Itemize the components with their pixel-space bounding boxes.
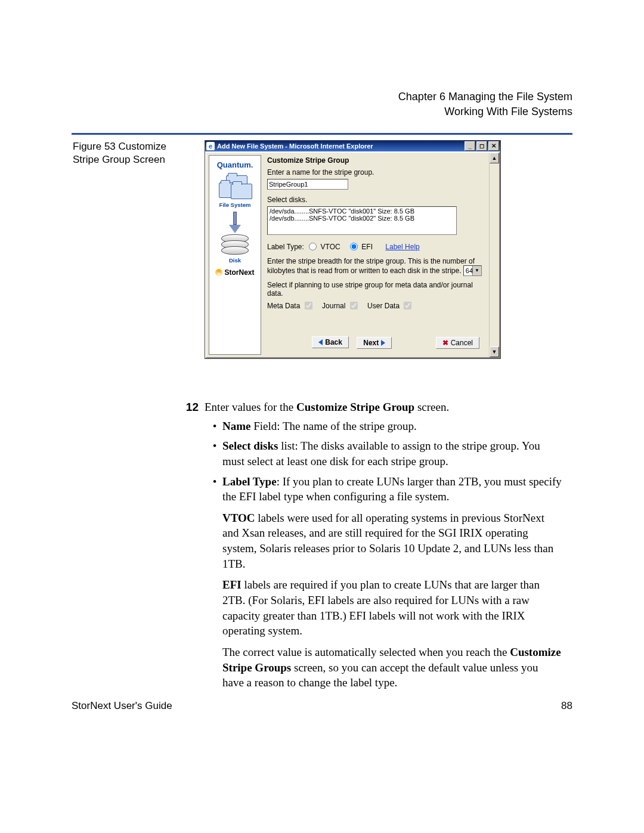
section-line: Working With File Systems <box>72 104 572 119</box>
scroll-down-icon[interactable]: ▼ <box>490 346 499 357</box>
stornext-text: StorNext <box>224 268 254 277</box>
back-button[interactable]: Back <box>312 336 349 348</box>
footer-page: 88 <box>561 700 572 712</box>
disk-list[interactable]: /dev/sda........SNFS-VTOC "disk001" Size… <box>267 206 457 235</box>
usage-prompt: Select if planning to use stripe group f… <box>267 281 484 298</box>
wizard-main: Customize Stripe Group Enter a name for … <box>261 153 489 357</box>
file-system-label: File System <box>210 202 259 208</box>
step-number: 12 <box>183 400 199 415</box>
ie-title-text: Add New File System - Microsoft Internet… <box>217 143 373 150</box>
step-body: 12 Enter values for the Customize Stripe… <box>205 400 562 690</box>
userdata-label: User Data <box>367 302 400 310</box>
minimize-button[interactable]: _ <box>465 141 475 151</box>
breadth-prompt: Enter the stripe breadth for the stripe … <box>267 257 484 276</box>
label-type-row: Label Type: VTOC EFI Label Help <box>267 241 484 251</box>
cancel-button[interactable]: ✖Cancel <box>436 337 479 349</box>
triangle-right-icon <box>381 340 385 346</box>
disks-icon <box>221 234 249 255</box>
bullet-select-disks: Select disks list: The disks available t… <box>222 438 562 469</box>
efi-para: EFI labels are required if you plan to c… <box>222 577 562 639</box>
page-footer: StorNext User's Guide 88 <box>72 700 572 712</box>
label-type-text: Label Type: <box>267 243 304 251</box>
breadth-select[interactable]: 64▼ <box>463 265 482 276</box>
folders-icon <box>219 175 251 199</box>
figure-caption: Figure 53 Customize Stripe Group Screen <box>73 140 192 166</box>
down-arrow-icon <box>228 212 242 233</box>
footer-left: StorNext User's Guide <box>72 700 172 712</box>
quantum-logo: Quantum. <box>210 160 259 169</box>
stripe-group-name-input[interactable] <box>267 179 348 190</box>
meta-label: Meta Data <box>267 302 300 310</box>
scroll-up-icon[interactable]: ▲ <box>490 153 499 163</box>
ie-window: e Add New File System - Microsoft Intern… <box>205 140 501 359</box>
next-button[interactable]: Next <box>357 337 392 349</box>
label-help-link[interactable]: Label Help <box>385 243 419 251</box>
triangle-left-icon <box>318 339 323 345</box>
page-header: Chapter 6 Managing the File System Worki… <box>72 89 572 119</box>
wizard-buttons: Back Next ✖Cancel <box>267 333 484 355</box>
name-prompt: Enter a name for the stripe group. <box>267 168 484 176</box>
wizard-sidebar: Quantum. File System Disk StorNext <box>209 155 261 355</box>
bullet-name: Name Field: The name of the stripe group… <box>222 419 562 434</box>
chapter-line: Chapter 6 Managing the File System <box>72 89 572 104</box>
journal-checkbox[interactable] <box>350 302 358 309</box>
ie-titlebar: e Add New File System - Microsoft Intern… <box>205 141 500 151</box>
select-disks-label: Select disks. <box>267 196 484 204</box>
maximize-button[interactable]: ◻ <box>476 141 487 151</box>
stornext-swirl-icon <box>215 269 222 276</box>
panel-title: Customize Stripe Group <box>267 156 484 165</box>
stornext-logo: StorNext <box>210 268 259 277</box>
scrollbar[interactable]: ▲ ▼ <box>489 153 499 357</box>
vtoc-para: VTOC labels were used for all operating … <box>222 510 562 572</box>
x-icon: ✖ <box>442 339 448 347</box>
close-button[interactable]: ✕ <box>488 141 499 151</box>
header-rule <box>72 133 572 135</box>
auto-para: The correct value is automatically selec… <box>222 645 562 690</box>
bullet-label-type: Label Type: If you plan to create LUNs l… <box>222 474 562 504</box>
step-intro: Enter values for the Customize Stripe Gr… <box>205 400 449 415</box>
efi-option[interactable]: EFI <box>347 243 373 251</box>
userdata-checkbox[interactable] <box>404 302 411 309</box>
journal-label: Journal <box>322 302 345 310</box>
disk-label: Disk <box>210 257 259 264</box>
ie-icon: e <box>206 142 215 150</box>
vtoc-option[interactable]: VTOC <box>306 243 340 251</box>
meta-checkbox[interactable] <box>305 302 312 309</box>
chevron-down-icon: ▼ <box>472 266 481 275</box>
